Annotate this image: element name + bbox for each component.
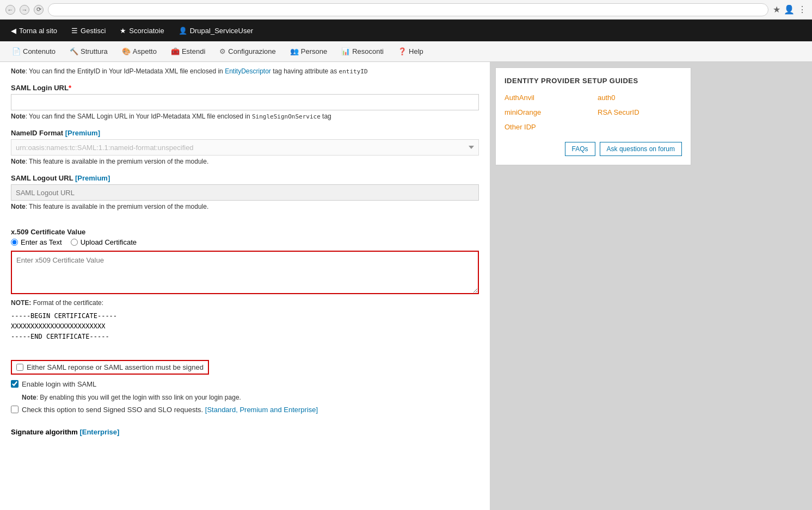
configurazione-icon: ⚙ xyxy=(219,47,226,55)
certificate-radio-group: Enter as Text Upload Certificate xyxy=(11,238,479,246)
struttura-icon: 🔨 xyxy=(70,47,78,55)
radio-enter-text[interactable] xyxy=(11,239,18,246)
nav-resoconti[interactable]: 📊 Resoconti xyxy=(335,44,390,59)
nav-aspetto[interactable]: 🎨 Aspetto xyxy=(115,44,163,59)
signed-sso-group: Check this option to send Signed SSO and… xyxy=(11,406,479,414)
idp-links-grid: AuthAnvil auth0 miniOrange RSA SecurID O… xyxy=(505,94,682,131)
persone-icon: 👥 xyxy=(290,47,299,55)
saml-signed-container: Either SAML reponse or SAML assertion mu… xyxy=(11,360,479,375)
idp-link-miniOrange[interactable]: miniOrange xyxy=(505,108,589,116)
signature-algorithm-group: Signature algorithm [Enterprise] xyxy=(11,428,479,436)
cert-format-note: NOTE: Format of the certificate: -----BE… xyxy=(11,299,479,343)
user-icon: 👤 xyxy=(179,27,187,35)
radio-upload-cert[interactable] xyxy=(71,239,78,246)
idp-link-auth0[interactable]: auth0 xyxy=(598,94,682,102)
content-area: Note: You can find the EntityID in Your … xyxy=(0,62,490,510)
nameid-premium-link[interactable]: [Premium] xyxy=(65,129,100,137)
estendi-icon: 🧰 xyxy=(171,47,180,55)
idp-link-other[interactable]: Other IDP xyxy=(505,123,589,131)
idp-link-authAnvil[interactable]: AuthAnvil xyxy=(505,94,589,102)
browser-icons: ★ 👤 ⋮ xyxy=(773,4,807,15)
main-layout: Note: You can find the EntityID in Your … xyxy=(0,62,812,510)
saml-logout-url-group: SAML Logout URL [Premium] Note: This fea… xyxy=(11,174,479,210)
profile-icon[interactable]: 👤 xyxy=(784,4,795,15)
nav-persone[interactable]: 👥 Persone xyxy=(284,44,334,59)
nameid-format-label: NameID Format [Premium] xyxy=(11,129,479,137)
contenuto-icon: 📄 xyxy=(12,47,21,55)
signature-enterprise-link[interactable]: [Enterprise] xyxy=(79,428,119,436)
idp-guide-box: IDENTITY PROVIDER SETUP GUIDES AuthAnvil… xyxy=(495,67,691,165)
ask-forum-button[interactable]: Ask questions on forum xyxy=(600,142,682,156)
saml-signed-checkbox-wrapper: Either SAML reponse or SAML assertion mu… xyxy=(11,360,209,375)
enable-login-note: Note: By enabling this you will get the … xyxy=(22,394,479,401)
user-link[interactable]: 👤 Drupal_ServiceUser xyxy=(173,20,259,41)
certificate-textarea[interactable] xyxy=(11,251,479,294)
idp-buttons: FAQs Ask questions on forum xyxy=(505,142,682,156)
browser-bar: ← → ⟳ ★ 👤 ⋮ xyxy=(0,0,812,20)
admin-toolbar: ◀ Torna al sito ☰ Gestisci ★ Scorciatoie… xyxy=(0,20,812,41)
x509-label: x.509 Certificate Value xyxy=(11,228,479,236)
reload-button[interactable]: ⟳ xyxy=(34,5,44,15)
enable-login-label: Enable login with SAML xyxy=(22,380,96,388)
nameid-format-select[interactable]: urn:oasis:names:tc:SAML:1.1:nameid-forma… xyxy=(11,139,479,156)
bookmark-icon[interactable]: ★ xyxy=(773,4,780,15)
radio-enter-text-label[interactable]: Enter as Text xyxy=(11,238,62,246)
saml-logout-url-input[interactable] xyxy=(11,184,479,201)
nav-estendi[interactable]: 🧰 Estendi xyxy=(164,44,212,59)
saml-signed-label: Either SAML reponse or SAML assertion mu… xyxy=(27,363,204,371)
menu-icon[interactable]: ⋮ xyxy=(798,4,807,15)
saml-login-url-label: SAML Login URL* xyxy=(11,84,479,92)
back-button[interactable]: ← xyxy=(5,5,15,15)
nameid-format-group: NameID Format [Premium] urn:oasis:names:… xyxy=(11,129,479,165)
enable-login-group: Enable login with SAML xyxy=(11,380,479,388)
signed-sso-label: Check this option to send Signed SSO and… xyxy=(22,406,318,414)
url-bar[interactable] xyxy=(48,3,768,16)
help-icon: ❓ xyxy=(398,47,407,55)
shortcuts-link[interactable]: ★ Scorciatoie xyxy=(114,20,169,41)
entity-id-note: Note: You can find the EntityID in Your … xyxy=(11,67,479,75)
logout-premium-link[interactable]: [Premium] xyxy=(75,174,110,182)
x509-certificate-group: x.509 Certificate Value Enter as Text Up… xyxy=(11,228,479,343)
cert-format-example: -----BEGIN CERTIFICATE----- XXXXXXXXXXXX… xyxy=(11,311,479,343)
signature-algorithm-label: Signature algorithm [Enterprise] xyxy=(11,428,119,436)
nav-configurazione[interactable]: ⚙ Configurazione xyxy=(213,44,282,59)
enable-login-checkbox[interactable] xyxy=(11,380,19,388)
manage-link[interactable]: ☰ Gestisci xyxy=(66,20,111,41)
form-section: Note: You can find the EntityID in Your … xyxy=(0,62,490,450)
star-icon: ★ xyxy=(120,27,126,35)
aspetto-icon: 🎨 xyxy=(122,47,131,55)
signed-sso-link[interactable]: [Standard, Premium and Enterprise] xyxy=(205,406,318,414)
nav-contenuto[interactable]: 📄 Contenuto xyxy=(5,44,62,59)
nav-help[interactable]: ❓ Help xyxy=(391,44,430,59)
faqs-button[interactable]: FAQs xyxy=(565,142,595,156)
logout-note: Note: This feature is available in the p… xyxy=(11,203,479,210)
forward-button[interactable]: → xyxy=(20,5,29,15)
idp-link-rsa[interactable]: RSA SecurID xyxy=(598,108,682,116)
saml-signed-checkbox[interactable] xyxy=(16,364,23,371)
sidebar: IDENTITY PROVIDER SETUP GUIDES AuthAnvil… xyxy=(490,62,697,510)
saml-login-note: Note: You can find the SAML Login URL in… xyxy=(11,113,479,120)
back-icon: ◀ xyxy=(11,27,16,35)
resoconti-icon: 📊 xyxy=(341,47,350,55)
back-to-site-link[interactable]: ◀ Torna al sito xyxy=(5,20,63,41)
saml-login-url-input[interactable] xyxy=(11,94,479,110)
radio-upload-cert-label[interactable]: Upload Certificate xyxy=(71,238,137,246)
entity-descriptor-link[interactable]: EntityDescriptor xyxy=(225,67,271,75)
saml-logout-url-label: SAML Logout URL [Premium] xyxy=(11,174,479,182)
signed-sso-checkbox[interactable] xyxy=(11,406,19,413)
nav-struttura[interactable]: 🔨 Struttura xyxy=(63,44,114,59)
secondary-nav: 📄 Contenuto 🔨 Struttura 🎨 Aspetto 🧰 Este… xyxy=(0,41,812,62)
idp-guide-title: IDENTITY PROVIDER SETUP GUIDES xyxy=(505,77,682,85)
saml-login-note-group: Note: You can find the EntityID in Your … xyxy=(11,67,479,75)
menu-lines-icon: ☰ xyxy=(71,27,78,35)
nameid-note: Note: This feature is available in the p… xyxy=(11,158,479,165)
saml-login-url-group: SAML Login URL* Note: You can find the S… xyxy=(11,84,479,120)
